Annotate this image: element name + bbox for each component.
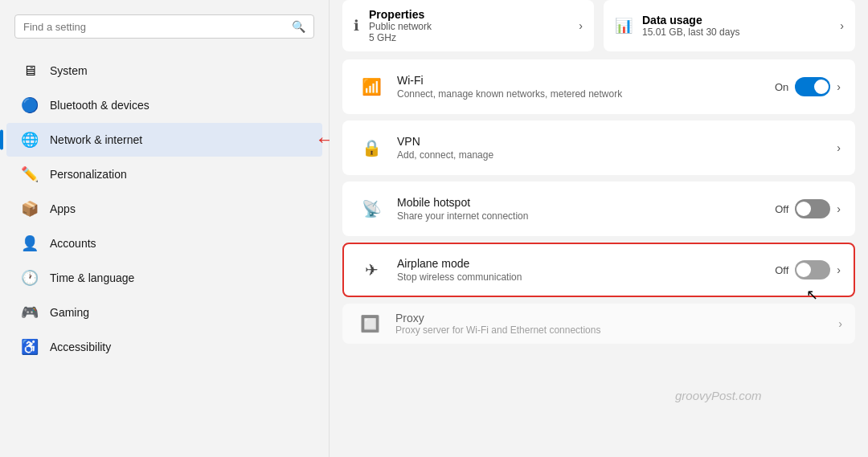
settings-card-wifi[interactable]: 📶 Wi-Fi Connect, manage known networks, …	[342, 59, 855, 114]
data-usage-sub: 15.01 GB, last 30 days	[642, 27, 830, 38]
sidebar-item-bluetooth[interactable]: 🔵 Bluetooth & devices	[6, 88, 322, 122]
wifi-desc: Connect, manage known networks, metered …	[397, 88, 764, 100]
sidebar-item-accounts[interactable]: 👤 Accounts	[6, 226, 322, 260]
toggle-wifi[interactable]	[795, 77, 830, 96]
sidebar-label-gaming: Gaming	[50, 306, 89, 319]
properties-card[interactable]: ℹ Properties Public network5 GHz ›	[342, 0, 594, 51]
network-icon: 🌐	[21, 131, 39, 149]
sidebar-label-accessibility: Accessibility	[50, 341, 111, 353]
search-input[interactable]	[23, 21, 285, 33]
toggle-mobile-hotspot[interactable]	[795, 199, 830, 218]
wifi-icon: 📶	[357, 72, 386, 101]
status-wifi: On	[775, 81, 788, 93]
sidebar-item-accessibility[interactable]: ♿ Accessibility	[6, 330, 322, 364]
vpn-icon: 🔒	[357, 133, 386, 162]
proxy-icon: 🔲	[355, 314, 384, 333]
airplane-mode-icon: ✈	[357, 255, 386, 284]
sidebar-item-time[interactable]: 🕐 Time & language	[6, 261, 322, 295]
mobile-hotspot-desc: Share your internet connection	[397, 210, 764, 222]
personalization-icon: ✏️	[21, 165, 39, 183]
main-content: ℹ Properties Public network5 GHz › 📊 Dat…	[330, 0, 868, 457]
proxy-chevron: ›	[838, 317, 842, 330]
sidebar-item-network[interactable]: 🌐 Network & internet ←	[6, 123, 322, 157]
sidebar-label-system: System	[50, 64, 88, 77]
airplane-mode-desc: Stop wireless communication	[397, 271, 764, 283]
proxy-card[interactable]: 🔲 Proxy Proxy server for Wi-Fi and Ether…	[342, 304, 855, 344]
settings-list: 📶 Wi-Fi Connect, manage known networks, …	[342, 59, 855, 297]
properties-title: Properties	[369, 8, 569, 21]
data-usage-title: Data usage	[642, 14, 830, 27]
info-icon: ℹ	[354, 17, 359, 35]
properties-chevron: ›	[579, 19, 583, 32]
data-usage-card[interactable]: 📊 Data usage 15.01 GB, last 30 days ›	[604, 0, 855, 51]
chevron-wifi: ›	[837, 80, 841, 93]
settings-card-vpn[interactable]: 🔒 VPN Add, connect, manage ›	[342, 120, 855, 175]
sidebar: 🔍 🖥 System 🔵 Bluetooth & devices 🌐 Netwo…	[0, 0, 330, 457]
toggle-airplane-mode[interactable]	[795, 260, 830, 280]
chevron-airplane-mode: ›	[837, 263, 841, 276]
settings-card-airplane-mode[interactable]: ✈ Airplane mode Stop wireless communicat…	[342, 243, 855, 297]
wifi-name: Wi-Fi	[397, 74, 764, 87]
mobile-hotspot-name: Mobile hotspot	[397, 196, 764, 209]
chevron-vpn: ›	[837, 141, 841, 154]
sidebar-item-system[interactable]: 🖥 System	[6, 54, 322, 88]
toggle-knob-airplane-mode	[796, 263, 811, 277]
sidebar-label-personalization: Personalization	[50, 168, 127, 181]
accounts-icon: 👤	[21, 235, 39, 252]
sidebar-label-accounts: Accounts	[50, 237, 96, 250]
search-icon: 🔍	[292, 20, 305, 33]
vpn-desc: Add, connect, manage	[397, 149, 825, 161]
time-icon: 🕐	[21, 269, 39, 287]
apps-icon: 📦	[21, 200, 39, 218]
data-usage-chevron: ›	[840, 19, 844, 32]
settings-card-mobile-hotspot[interactable]: 📡 Mobile hotspot Share your internet con…	[342, 182, 855, 236]
sidebar-label-network: Network & internet	[50, 133, 142, 146]
toggle-knob-mobile-hotspot	[796, 202, 811, 216]
search-box[interactable]: 🔍	[14, 14, 314, 39]
data-usage-icon: 📊	[615, 17, 633, 35]
status-airplane-mode: Off	[775, 264, 788, 276]
proxy-desc: Proxy server for Wi-Fi and Ethernet conn…	[395, 324, 827, 336]
sidebar-item-personalization[interactable]: ✏️ Personalization	[6, 157, 322, 191]
top-partial-cards: ℹ Properties Public network5 GHz › 📊 Dat…	[342, 0, 855, 51]
sidebar-label-time: Time & language	[50, 271, 134, 284]
sidebar-label-bluetooth: Bluetooth & devices	[50, 99, 149, 112]
gaming-icon: 🎮	[21, 304, 39, 321]
cursor-pointer: ↖	[806, 286, 818, 304]
toggle-knob-wifi	[814, 80, 829, 94]
sidebar-item-gaming[interactable]: 🎮 Gaming	[6, 296, 322, 329]
airplane-mode-name: Airplane mode	[397, 257, 764, 270]
status-mobile-hotspot: Off	[775, 203, 788, 215]
proxy-name: Proxy	[395, 312, 827, 324]
sidebar-item-apps[interactable]: 📦 Apps	[6, 192, 322, 226]
properties-sub: Public network5 GHz	[369, 21, 569, 43]
mobile-hotspot-icon: 📡	[357, 194, 386, 223]
accessibility-icon: ♿	[21, 338, 39, 356]
watermark: groovyPost.com	[675, 389, 762, 402]
sidebar-label-apps: Apps	[50, 202, 76, 215]
bluetooth-icon: 🔵	[21, 96, 39, 114]
sidebar-nav: 🖥 System 🔵 Bluetooth & devices 🌐 Network…	[0, 53, 329, 365]
vpn-name: VPN	[397, 135, 825, 148]
chevron-mobile-hotspot: ›	[837, 202, 841, 215]
system-icon: 🖥	[21, 62, 39, 80]
